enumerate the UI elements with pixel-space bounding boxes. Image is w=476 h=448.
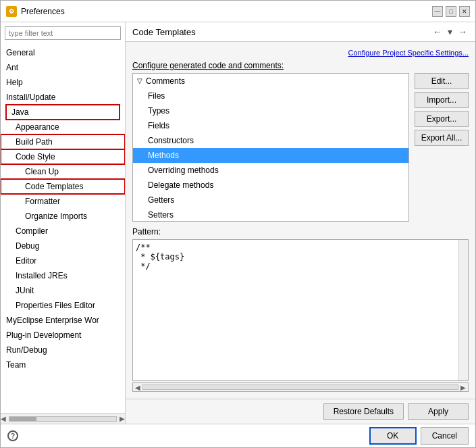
scrollbar-thumb[interactable] — [9, 417, 36, 421]
footer-left: ? — [7, 430, 18, 441]
sidebar-item-myeclipse[interactable]: MyEclipse Enterprise Wor — [1, 313, 125, 328]
sidebar-item-install-update[interactable]: Install/Update — [1, 90, 125, 105]
template-tree: ▽ Comments Files Types Fields Constructo… — [132, 73, 409, 222]
panel-header: Code Templates ← ▾ → — [126, 22, 475, 42]
hscroll-track[interactable] — [142, 384, 458, 390]
nav-dropdown-button[interactable]: ▾ — [446, 26, 454, 37]
template-item-files[interactable]: Files — [133, 89, 408, 103]
sidebar-item-code-templates[interactable]: Code Templates — [1, 179, 125, 194]
pattern-label: Pattern: — [132, 227, 469, 237]
close-button[interactable]: ✕ — [459, 6, 470, 17]
sidebar-item-run-debug[interactable]: Run/Debug — [1, 343, 125, 357]
ok-button[interactable]: OK — [369, 427, 417, 445]
sidebar-item-compiler[interactable]: Compiler — [1, 224, 125, 239]
sidebar: General Ant Help Install/Update Java App… — [1, 22, 126, 424]
preferences-window: ⚙ Preferences — □ ✕ General Ant Help Ins… — [0, 0, 476, 448]
sidebar-item-formatter[interactable]: Formatter — [1, 194, 125, 209]
template-item-constructors[interactable]: Constructors — [133, 133, 408, 148]
template-item-methods[interactable]: Methods — [133, 148, 408, 163]
configure-project-link[interactable]: Configure Project Specific Settings... — [132, 49, 469, 57]
sidebar-item-organize-imports[interactable]: Organize Imports — [1, 209, 125, 224]
sidebar-item-plugin-development[interactable]: Plug-in Development — [1, 328, 125, 343]
sidebar-item-build-path[interactable]: Build Path — [1, 134, 125, 149]
template-item-setters[interactable]: Setters — [133, 207, 408, 222]
pattern-scrollbar[interactable] — [458, 240, 468, 380]
nav-back-button[interactable]: ← — [431, 26, 444, 37]
pattern-hscrollbar[interactable]: ◀ ▶ — [132, 382, 469, 392]
sidebar-item-debug[interactable]: Debug — [1, 239, 125, 253]
help-button[interactable]: ? — [7, 430, 18, 441]
config-label: Configure generated code and comments: — [132, 61, 469, 70]
window-title: Preferences — [21, 7, 432, 16]
sidebar-item-editor[interactable]: Editor — [1, 253, 125, 268]
sidebar-item-clean-up[interactable]: Clean Up — [1, 164, 125, 179]
sidebar-item-properties-files-editor[interactable]: Properties Files Editor — [1, 298, 125, 313]
window-icon: ⚙ — [6, 6, 17, 17]
scroll-left-btn[interactable]: ◀ — [1, 415, 6, 422]
panel-title: Code Templates — [132, 27, 196, 37]
template-area: ▽ Comments Files Types Fields Constructo… — [132, 73, 469, 222]
sidebar-item-ant[interactable]: Ant — [1, 60, 125, 75]
footer-bar: ? OK Cancel — [1, 424, 475, 447]
sidebar-item-installed-jres[interactable]: Installed JREs — [1, 268, 125, 283]
panel-body: Configure Project Specific Settings... C… — [126, 42, 475, 399]
sidebar-item-appearance[interactable]: Appearance — [1, 120, 125, 134]
minimize-button[interactable]: — — [432, 6, 443, 17]
restore-defaults-button[interactable]: Restore Defaults — [323, 403, 404, 420]
edit-button[interactable]: Edit... — [415, 73, 469, 89]
template-item-delegate-methods[interactable]: Delegate methods — [133, 178, 408, 193]
scrollbar-track[interactable] — [9, 416, 117, 422]
template-item-getters[interactable]: Getters — [133, 193, 408, 207]
side-buttons: Edit... Import... Export... Export All..… — [415, 73, 469, 222]
expand-arrow-comments: ▽ — [137, 75, 142, 87]
sidebar-item-junit[interactable]: JUnit — [1, 283, 125, 298]
sidebar-item-help[interactable]: Help — [1, 75, 125, 90]
maximize-button[interactable]: □ — [446, 6, 456, 17]
sidebar-item-java[interactable]: Java — [6, 105, 120, 120]
import-button[interactable]: Import... — [415, 92, 469, 108]
template-item-overriding-methods[interactable]: Overriding methods — [133, 163, 408, 178]
title-bar: ⚙ Preferences — □ ✕ — [1, 1, 475, 22]
right-panel: Code Templates ← ▾ → Configure Project S… — [126, 22, 475, 424]
sidebar-item-general[interactable]: General — [1, 45, 125, 60]
pattern-content: /** * ${tags} */ — [136, 243, 465, 271]
tree-container: General Ant Help Install/Update Java App… — [1, 44, 125, 413]
apply-button[interactable]: Apply — [408, 403, 469, 420]
bottom-bar: Restore Defaults Apply — [126, 399, 475, 424]
window-controls: — □ ✕ — [432, 6, 470, 17]
cancel-button[interactable]: Cancel — [421, 427, 469, 445]
sidebar-scrollbar[interactable]: ◀ ▶ — [1, 413, 125, 424]
panel-nav: ← ▾ → — [431, 26, 469, 37]
pattern-area[interactable]: /** * ${tags} */ — [132, 239, 469, 381]
footer-right: OK Cancel — [369, 427, 469, 445]
hscroll-left[interactable]: ◀ — [133, 384, 142, 391]
hscroll-right[interactable]: ▶ — [458, 384, 468, 391]
sidebar-item-code-style[interactable]: Code Style — [1, 149, 125, 164]
template-item-fields[interactable]: Fields — [133, 118, 408, 133]
search-input[interactable] — [5, 26, 121, 40]
scroll-right-btn[interactable]: ▶ — [120, 415, 125, 422]
template-item-comments[interactable]: ▽ Comments — [133, 74, 408, 89]
sidebar-item-team[interactable]: Team — [1, 357, 125, 372]
main-content: General Ant Help Install/Update Java App… — [1, 22, 475, 424]
nav-forward-button[interactable]: → — [456, 26, 469, 37]
comments-label: Comments — [146, 75, 185, 87]
export-all-button[interactable]: Export All... — [415, 130, 469, 146]
export-button[interactable]: Export... — [415, 111, 469, 127]
template-item-types[interactable]: Types — [133, 103, 408, 118]
